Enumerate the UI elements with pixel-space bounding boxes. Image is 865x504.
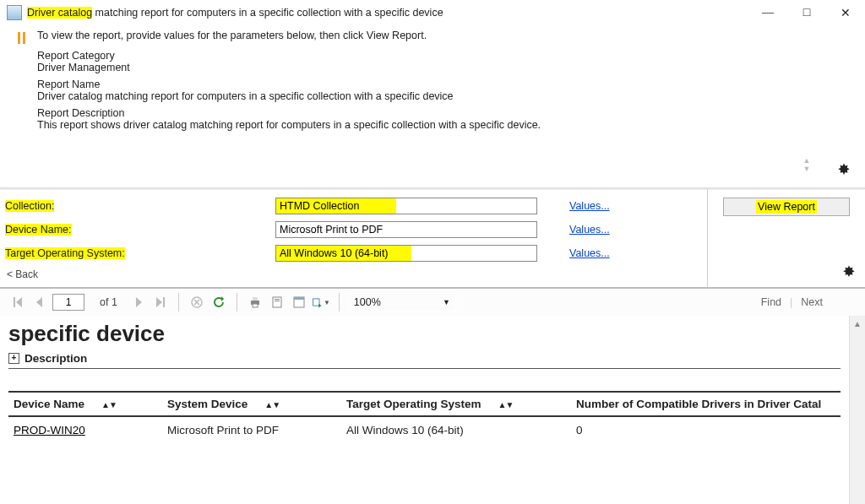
cell-system-device: Microsoft Print to PDF [162, 416, 341, 443]
next-page-button[interactable] [129, 293, 148, 312]
cell-count: 0 [571, 416, 841, 443]
prev-page-button[interactable] [30, 293, 49, 312]
name-label: Report Name [37, 79, 850, 90]
maximize-button[interactable]: □ [787, 0, 826, 25]
title-highlight: Driver catalog [27, 7, 92, 19]
svg-rect-0 [18, 32, 20, 44]
separator: | [790, 296, 792, 308]
svg-rect-6 [273, 297, 281, 307]
refresh-button[interactable] [209, 293, 228, 312]
close-button[interactable]: ✕ [826, 0, 865, 25]
device-values-link[interactable]: Values... [569, 224, 610, 236]
titlebar: Driver catalog matching report for compu… [0, 0, 865, 26]
label-device: Device Name: [5, 224, 72, 236]
category-label: Report Category [37, 50, 850, 62]
first-page-button[interactable] [8, 293, 27, 312]
expand-icon: + [8, 353, 19, 364]
collection-values-link[interactable]: Values... [569, 200, 610, 212]
report-area: specific device + Description Device Nam… [0, 316, 865, 504]
svg-rect-10 [294, 297, 304, 300]
desc-label-header: Report Description [37, 107, 850, 119]
sort-icon: ▲▼ [498, 400, 514, 409]
svg-rect-7 [275, 299, 280, 300]
back-link[interactable]: < Back [5, 268, 707, 280]
device-input[interactable] [275, 221, 537, 238]
options-icon[interactable] [836, 162, 851, 180]
app-icon [7, 5, 22, 20]
hint-text: To view the report, provide values for t… [37, 30, 427, 41]
viewer-toolbar: of 1 ▼ 100% ▼ Find | Next [0, 289, 865, 316]
sort-icon: ▲▼ [264, 400, 280, 409]
find-button[interactable]: Find [761, 296, 781, 308]
zoom-value: 100% [354, 296, 381, 308]
svg-rect-4 [253, 297, 258, 301]
col-compatible-count[interactable]: Number of Compatible Drivers in Driver C… [571, 392, 841, 416]
report-section-title: specific device [8, 321, 841, 347]
target-input[interactable] [275, 245, 537, 262]
cell-device-name[interactable]: PROD-WIN20 [14, 424, 85, 436]
scroll-up-icon: ▲ [853, 316, 862, 332]
col-target-os[interactable]: Target Operating System▲▼ [341, 392, 571, 416]
parameter-zone: Collection: Values... Device Name: Value… [0, 188, 865, 289]
options-icon-2[interactable] [841, 264, 857, 282]
col-device-name[interactable]: Device Name▲▼ [8, 392, 162, 416]
name-value: Driver catalog matching report for compu… [37, 90, 850, 102]
chevron-down-icon: ▼ [443, 298, 450, 306]
sort-icon: ▲▼ [101, 400, 117, 409]
page-of-label: of 1 [100, 296, 117, 308]
report-meta: Report Category Driver Management Report… [37, 50, 850, 131]
svg-rect-8 [275, 301, 280, 301]
zoom-select[interactable]: 100% ▼ [348, 293, 456, 312]
export-button[interactable]: ▼ [312, 293, 330, 312]
results-table: Device Name▲▼ System Device▲▼ Target Ope… [8, 391, 841, 443]
table-row[interactable]: PROD-WIN20 Microsoft Print to PDF All Wi… [8, 416, 841, 443]
table-header-row: Device Name▲▼ System Device▲▼ Target Ope… [8, 392, 841, 416]
description-label: Description [24, 352, 87, 365]
desc-value: This report shows driver catalog matchin… [37, 119, 850, 131]
last-page-button[interactable] [151, 293, 170, 312]
find-next-button[interactable]: Next [801, 296, 823, 308]
col-system-device[interactable]: System Device▲▼ [162, 392, 341, 416]
print-layout-button[interactable] [268, 293, 286, 312]
label-target: Target Operating System: [5, 247, 125, 259]
target-values-link[interactable]: Values... [569, 247, 610, 259]
hint-icon [15, 31, 29, 45]
vertical-scrollbar[interactable]: ▲ [849, 316, 865, 504]
svg-rect-5 [253, 304, 258, 307]
svg-rect-1 [23, 32, 25, 44]
collection-input[interactable] [275, 198, 537, 214]
cell-target-os: All Windows 10 (64-bit) [341, 416, 571, 443]
window-controls: — □ ✕ [748, 0, 865, 25]
description-toggle[interactable]: + Description [8, 352, 841, 369]
collapse-arrows[interactable]: ▲ ▼ [801, 156, 813, 178]
page-setup-button[interactable] [290, 293, 308, 312]
title-rest: matching report for computers in a speci… [92, 7, 443, 19]
view-report-button[interactable]: View Report [723, 198, 850, 216]
chevron-down-icon: ▼ [803, 165, 811, 173]
print-button[interactable] [246, 293, 264, 312]
report-info-pane: To view the report, provide values for t… [0, 26, 865, 187]
chevron-up-icon: ▲ [803, 156, 811, 165]
label-collection: Collection: [5, 200, 54, 212]
page-current-input[interactable] [52, 294, 84, 311]
stop-button[interactable] [188, 293, 206, 312]
category-value: Driver Management [37, 62, 850, 73]
view-report-label: View Report [756, 200, 817, 214]
minimize-button[interactable]: — [748, 0, 787, 25]
svg-rect-11 [313, 299, 318, 306]
window-title: Driver catalog matching report for compu… [27, 7, 443, 19]
